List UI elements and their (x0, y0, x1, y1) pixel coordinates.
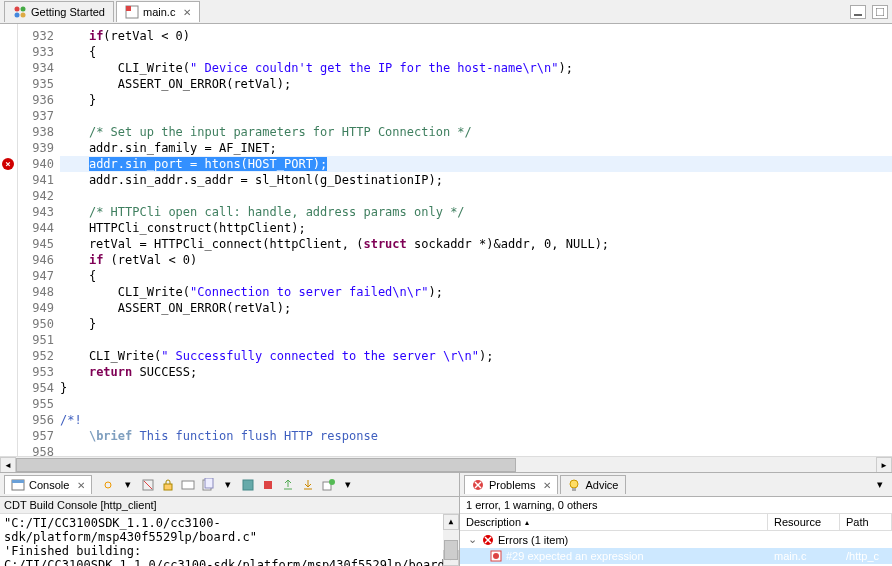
problems-tab-bar: Problems ✕ Advice ▾ (460, 473, 892, 497)
maximize-button[interactable] (872, 5, 888, 19)
error-marker-icon[interactable]: × (2, 158, 14, 170)
svg-line-12 (144, 481, 152, 489)
scroll-up-button[interactable]: ▲ (443, 514, 459, 530)
problems-columns: Description▴ Resource Path (460, 514, 892, 531)
new-console-icon[interactable] (320, 477, 336, 493)
console-line: C:/TI/CC3100SDK 1.1.0/cc3100-sdk/platfor… (4, 558, 455, 566)
console-tab[interactable]: Console ✕ (4, 475, 92, 494)
svg-rect-13 (164, 484, 172, 490)
tab-label: main.c (143, 6, 175, 18)
problem-path: /http_c (840, 549, 892, 563)
console-tab-bar: Console ✕ ▾ ▾ ▾ (0, 473, 459, 497)
svg-rect-14 (182, 481, 194, 489)
console-output[interactable]: "C:/TI/CC3100SDK_1.1.0/cc3100-sdk/platfo… (0, 514, 459, 566)
console-icon (11, 478, 25, 492)
save-icon[interactable] (240, 477, 256, 493)
editor-horizontal-scrollbar[interactable]: ◄ ► (0, 456, 892, 472)
svg-rect-25 (572, 488, 576, 491)
close-icon[interactable]: ✕ (183, 7, 191, 18)
scroll-left-button[interactable]: ◄ (0, 457, 16, 473)
svg-point-3 (21, 13, 26, 18)
export-icon[interactable] (280, 477, 296, 493)
svg-rect-6 (854, 14, 862, 16)
svg-point-1 (21, 7, 26, 12)
advice-tab[interactable]: Advice (560, 475, 625, 494)
line-number-gutter: 932933934935936937938939940×941942943944… (18, 24, 60, 456)
editor-tab-bar: Getting Started main.c ✕ (0, 0, 892, 24)
sort-asc-icon: ▴ (525, 518, 529, 527)
problem-message: #29 expected an expression (506, 550, 644, 562)
pin-icon[interactable] (100, 477, 116, 493)
chevron-down-icon[interactable]: ▾ (340, 477, 356, 493)
chevron-down-icon[interactable]: ▾ (120, 477, 136, 493)
copy-icon[interactable] (200, 477, 216, 493)
error-icon (471, 478, 485, 492)
terminate-icon[interactable] (260, 477, 276, 493)
marker-ruler (0, 24, 18, 456)
problems-panel: Problems ✕ Advice ▾ 1 error, 1 warning, … (460, 473, 892, 566)
scroll-thumb[interactable] (444, 540, 458, 560)
errors-group-row[interactable]: ⌄ Errors (1 item) (460, 531, 892, 548)
editor-area: 932933934935936937938939940×941942943944… (0, 24, 892, 456)
tab-label: Console (29, 479, 69, 491)
chevron-down-icon[interactable]: ▾ (220, 477, 236, 493)
console-vertical-scrollbar[interactable]: ▲ ▼ (443, 514, 459, 566)
svg-rect-5 (126, 6, 131, 11)
console-title: CDT Build Console [http_client] (0, 497, 459, 514)
tab-getting-started[interactable]: Getting Started (4, 1, 114, 22)
problems-status: 1 error, 1 warning, 0 others (460, 497, 892, 514)
tab-label: Problems (489, 479, 535, 491)
console-line: 'Finished building: (4, 544, 455, 558)
problem-row[interactable]: #29 expected an expression main.c /http_… (460, 548, 892, 564)
console-toolbar: ▾ ▾ ▾ (100, 477, 356, 493)
tab-main-c[interactable]: main.c ✕ (116, 1, 200, 22)
column-description[interactable]: Description▴ (460, 514, 768, 530)
lightbulb-icon (567, 478, 581, 492)
svg-rect-7 (876, 8, 884, 16)
close-icon[interactable]: ✕ (543, 480, 551, 491)
clear-icon[interactable] (140, 477, 156, 493)
tab-label: Advice (585, 479, 618, 491)
svg-rect-18 (264, 481, 272, 489)
scroll-track[interactable] (16, 457, 876, 472)
c-file-icon (125, 5, 139, 19)
svg-rect-9 (12, 480, 24, 483)
scroll-right-button[interactable]: ► (876, 457, 892, 473)
twisty-expanded-icon[interactable]: ⌄ (466, 533, 478, 546)
welcome-icon (13, 5, 27, 19)
window-tools (850, 5, 888, 19)
bottom-panels: Console ✕ ▾ ▾ ▾ CDT Build Console [http_… (0, 472, 892, 566)
console-line: "C:/TI/CC3100SDK_1.1.0/cc3100-sdk/platfo… (4, 516, 455, 544)
svg-rect-16 (205, 478, 213, 488)
view-menu-icon[interactable]: ▾ (872, 477, 888, 493)
tab-label: Getting Started (31, 6, 105, 18)
svg-point-24 (570, 480, 578, 488)
svg-point-2 (15, 13, 20, 18)
close-icon[interactable]: ✕ (77, 480, 85, 491)
problem-resource: main.c (768, 549, 840, 563)
svg-point-20 (329, 479, 335, 485)
console-panel: Console ✕ ▾ ▾ ▾ CDT Build Console [http_… (0, 473, 460, 566)
import-icon[interactable] (300, 477, 316, 493)
error-marker-icon (490, 550, 502, 562)
code-area[interactable]: if(retVal < 0) { CLI_Write(" Device coul… (60, 24, 892, 456)
problems-tab[interactable]: Problems ✕ (464, 475, 558, 494)
svg-rect-17 (243, 480, 253, 490)
group-label: Errors (1 item) (498, 534, 568, 546)
svg-point-10 (105, 482, 111, 488)
scroll-lock-icon[interactable] (160, 477, 176, 493)
svg-point-30 (493, 553, 499, 559)
display-toggle-icon[interactable] (180, 477, 196, 493)
column-path[interactable]: Path (840, 514, 892, 530)
svg-point-0 (15, 7, 20, 12)
error-icon (482, 534, 494, 546)
column-resource[interactable]: Resource (768, 514, 840, 530)
problems-tree[interactable]: ⌄ Errors (1 item) #29 expected an expres… (460, 531, 892, 566)
scroll-thumb[interactable] (16, 458, 516, 472)
minimize-button[interactable] (850, 5, 866, 19)
